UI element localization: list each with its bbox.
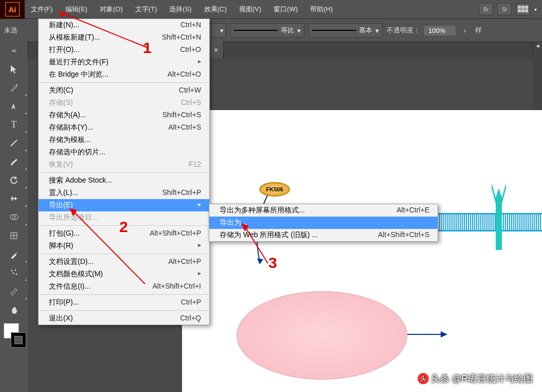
rotate-tool[interactable] — [0, 171, 28, 189]
submenu-item[interactable]: 导出为... — [209, 217, 438, 229]
menu-item-label: 存储(S) — [49, 98, 73, 108]
menu-item[interactable]: 打印(P)...Ctrl+P — [39, 296, 209, 309]
menu-item[interactable]: 置入(L)...Shift+Ctrl+P — [39, 187, 209, 199]
menu-item-shortcut: Alt+Ctrl+P — [168, 257, 201, 266]
menu-type[interactable]: 文字(T) — [129, 0, 164, 19]
menu-item-shortcut: Shift+Ctrl+N — [162, 33, 201, 42]
chevron-down-icon: ▾ — [220, 27, 224, 34]
menu-object[interactable]: 对象(O) — [94, 0, 129, 19]
document-tab[interactable]: × — [209, 41, 224, 58]
menu-item[interactable]: 存储为(A)...Shift+Ctrl+S — [39, 109, 209, 121]
menu-item-shortcut: Alt+Shift+Ctrl+I — [152, 282, 201, 291]
style-label: 样 — [475, 26, 482, 35]
menu-item-label: 存储选中的切片... — [49, 148, 105, 157]
menu-item-label: 脚本(R) — [49, 241, 73, 251]
pen-tool[interactable] — [0, 97, 28, 115]
submenu-item[interactable]: 导出为多种屏幕所用格式...Alt+Ctrl+E — [209, 204, 438, 217]
submenu-item-label: 导出为多种屏幕所用格式... — [220, 206, 305, 215]
width-tool[interactable] — [0, 189, 28, 208]
workspace-button[interactable] — [516, 3, 530, 15]
svg-point-8 — [13, 273, 14, 274]
stroke-profile[interactable]: 等比 ▾ — [230, 23, 304, 38]
menu-item-shortcut: Ctrl+W — [179, 86, 201, 95]
brush-basic-label: 基本 — [359, 26, 372, 35]
svg-point-7 — [15, 270, 16, 271]
menu-item[interactable]: 脚本(R) — [39, 240, 209, 252]
menu-view[interactable]: 视图(V) — [233, 0, 267, 19]
menu-item-label: 打印(P)... — [49, 298, 79, 307]
svg-point-6 — [11, 270, 13, 272]
menu-item[interactable]: 最近打开的文件(F) — [39, 56, 209, 68]
brush-definition[interactable]: 基本 ▾ — [309, 23, 383, 38]
no-selection-label: 未选 — [4, 26, 17, 35]
bridge-button[interactable]: Br — [479, 3, 493, 15]
menu-item-label: 最近打开的文件(F) — [49, 58, 109, 67]
menu-effect[interactable]: 效果(C) — [198, 0, 233, 19]
menu-item: 存储(S)Ctrl+S — [39, 97, 209, 109]
menu-select[interactable]: 选择(S) — [163, 0, 197, 19]
line-tool[interactable] — [0, 134, 28, 152]
menu-item[interactable]: 存储选中的切片... — [39, 146, 209, 158]
paintbrush-tool[interactable] — [0, 152, 28, 171]
submenu-item-shortcut: Alt+Shift+Ctrl+S — [378, 230, 429, 240]
menu-item[interactable]: 从模板新建(T)...Shift+Ctrl+N — [39, 31, 209, 44]
submenu-item[interactable]: 存储为 Web 所用格式 (旧版) ...Alt+Shift+Ctrl+S — [209, 229, 438, 241]
eyedropper-tool[interactable] — [0, 245, 28, 263]
menu-item-label: 置入(L)... — [49, 188, 78, 198]
opacity-value[interactable]: 100% — [424, 26, 456, 35]
menu-file[interactable]: 文件(F) — [25, 0, 59, 19]
menu-item[interactable]: 存储为模板... — [39, 134, 209, 146]
menu-item-label: 导出所选项目... — [49, 213, 98, 222]
menu-item-shortcut: Ctrl+P — [181, 298, 201, 307]
watermark-text: 头条 @R语言统计与绘图 — [431, 372, 533, 385]
shape-builder-tool[interactable] — [0, 208, 28, 226]
menu-separator — [40, 172, 208, 173]
tools-panel: ≪ T — [0, 41, 28, 392]
workspace-dropdown-icon[interactable]: ▾ — [534, 7, 537, 12]
menu-item-shortcut: Ctrl+O — [180, 45, 201, 55]
menu-item-label: 存储为模板... — [49, 135, 91, 145]
menu-item[interactable]: 文件信息(I)...Alt+Shift+Ctrl+I — [39, 280, 209, 293]
menu-item-label: 打开(O)... — [49, 45, 80, 55]
expand-icon[interactable]: ≪ — [0, 41, 28, 60]
stock-button[interactable]: St — [497, 3, 512, 15]
menu-item[interactable]: 打开(O)...Ctrl+O — [39, 44, 209, 56]
slice-tool[interactable] — [0, 282, 28, 300]
stroke-swatch[interactable] — [11, 332, 26, 348]
menu-item-label: 从模板新建(T)... — [49, 33, 100, 42]
stroke-scale-label: 等比 — [281, 26, 294, 35]
menu-item[interactable]: 新建(N)...Ctrl+N — [39, 19, 209, 31]
symbol-sprayer-tool[interactable] — [0, 263, 28, 282]
chevron-down-icon: ▾ — [375, 27, 379, 34]
collapse-left-icon[interactable]: ◀ — [536, 43, 539, 48]
app-icon-text: Ai — [5, 2, 20, 16]
menu-item[interactable]: 文档颜色模式(M) — [39, 268, 209, 280]
opacity-more-icon[interactable]: › — [464, 27, 466, 34]
menu-separator — [40, 294, 208, 295]
type-tool[interactable]: T — [0, 115, 28, 134]
menu-item[interactable]: 关闭(C)Ctrl+W — [39, 84, 209, 97]
menu-item-label: 退出(X) — [49, 314, 73, 323]
color-swatches[interactable] — [2, 323, 26, 348]
hand-tool[interactable] — [0, 300, 28, 319]
menu-item-label: 恢复(V) — [49, 160, 73, 169]
mesh-tool[interactable] — [0, 226, 28, 245]
file-menu-dropdown: 新建(N)...Ctrl+N从模板新建(T)...Shift+Ctrl+N打开(… — [38, 19, 210, 325]
magic-wand-tool[interactable] — [0, 78, 28, 97]
tab-close-icon[interactable]: × — [214, 46, 218, 54]
menu-item-label: 存储为(A)... — [49, 111, 86, 120]
menu-item[interactable]: 在 Bridge 中浏览...Alt+Ctrl+O — [39, 68, 209, 81]
brush-preview-icon — [312, 30, 356, 31]
annotation-number-1: 1 — [143, 39, 152, 57]
menu-item[interactable]: 存储副本(Y)...Alt+Ctrl+S — [39, 121, 209, 134]
menu-item[interactable]: 退出(X)Ctrl+Q — [39, 312, 209, 325]
menu-item[interactable]: 文档设置(D)...Alt+Ctrl+P — [39, 256, 209, 268]
svg-line-0 — [11, 140, 17, 146]
selection-tool[interactable] — [0, 60, 28, 78]
menu-help[interactable]: 帮助(H) — [304, 0, 339, 19]
menu-edit[interactable]: 编辑(E) — [59, 0, 94, 19]
menu-item[interactable]: 搜索 Adobe Stock... — [39, 174, 209, 187]
menu-window[interactable]: 窗口(W) — [267, 0, 304, 19]
menu-separator — [40, 82, 208, 83]
menu-item[interactable]: 导出(E) — [39, 199, 209, 211]
